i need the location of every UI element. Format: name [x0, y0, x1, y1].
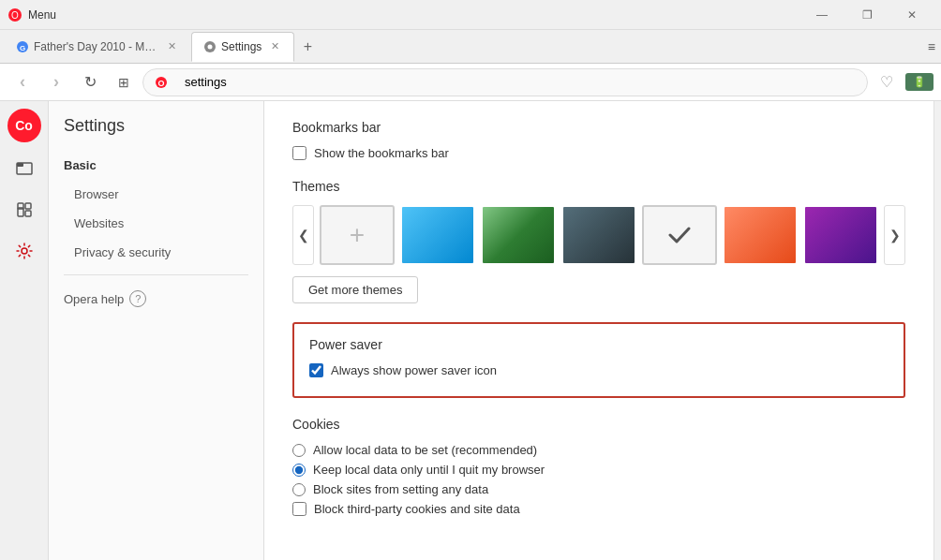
cookies-section: Cookies Allow local data to be set (reco… — [292, 417, 905, 516]
tab-bar: G Father's Day 2010 - Multip... ✕ Settin… — [0, 30, 941, 64]
close-button[interactable]: ✕ — [890, 0, 934, 30]
cookies-block-third-party-label[interactable]: Block third-party cookies and site data — [314, 502, 520, 516]
themes-section: Themes ❮ + — [292, 179, 905, 303]
tab-fathers-day-close[interactable]: ✕ — [164, 39, 179, 54]
grid-button[interactable]: ⊞ — [109, 67, 139, 97]
theme-landscape[interactable] — [723, 205, 798, 265]
sidebar-item-websites[interactable]: Websites — [49, 209, 263, 238]
scrollbar-track[interactable] — [934, 101, 941, 560]
new-tab-button[interactable]: + — [294, 34, 321, 60]
svg-text:O: O — [157, 79, 164, 88]
opera-title-icon: O — [7, 7, 22, 22]
minimize-button[interactable]: — — [800, 0, 844, 30]
cookies-block-third-party-checkbox[interactable] — [292, 502, 306, 516]
cookies-keep-local-radio[interactable] — [292, 464, 306, 477]
main-layout: Co Settings Basic Browser — [0, 101, 941, 560]
power-saver-label[interactable]: Always show power saver icon — [331, 363, 497, 377]
theme-purple[interactable] — [803, 205, 878, 265]
title-bar: O Menu — ❐ ✕ — [0, 0, 941, 30]
cookies-allow-local-row: Allow local data to be set (recommended) — [292, 443, 905, 457]
settings-sidebar-icon[interactable] — [6, 232, 43, 270]
cookies-block-sites-radio[interactable] — [292, 483, 306, 496]
tab-fathers-day-label: Father's Day 2010 - Multip... — [34, 40, 158, 53]
extensions-icon — [15, 200, 34, 219]
help-icon: ? — [129, 290, 146, 307]
show-bookmarks-label[interactable]: Show the bookmarks bar — [314, 146, 449, 160]
show-bookmarks-row: Show the bookmarks bar — [292, 146, 905, 160]
tab-fathers-day[interactable]: G Father's Day 2010 - Multip... ✕ — [4, 32, 191, 62]
extensions-sidebar-icon[interactable] — [6, 191, 43, 228]
opera-logo[interactable]: Co — [7, 109, 41, 142]
svg-text:O: O — [11, 10, 19, 21]
tabs-sidebar-icon[interactable] — [6, 150, 43, 187]
cookies-allow-local-radio[interactable] — [292, 444, 306, 457]
bookmarks-bar-section: Bookmarks bar Show the bookmarks bar — [292, 120, 905, 160]
address-input[interactable] — [173, 68, 856, 96]
back-button[interactable]: ‹ — [7, 67, 37, 97]
sidebar-item-browser[interactable]: Browser — [49, 180, 263, 209]
maximize-button[interactable]: ❐ — [845, 0, 889, 30]
content-area: Bookmarks bar Show the bookmarks bar The… — [264, 101, 934, 560]
google-tab-icon: G — [16, 40, 29, 53]
opera-help-label: Opera help — [64, 292, 124, 306]
power-saver-checkbox[interactable] — [309, 363, 323, 377]
svg-rect-9 — [17, 163, 23, 167]
power-saver-checkbox-row: Always show power saver icon — [309, 363, 889, 377]
cookies-block-third-party-row: Block third-party cookies and site data — [292, 502, 905, 516]
settings-sidebar: Settings Basic Browser Websites Privacy … — [49, 101, 264, 560]
cookies-block-sites-label[interactable]: Block sites from setting any data — [313, 482, 488, 496]
tab-settings[interactable]: Settings ✕ — [191, 32, 294, 62]
cookies-keep-local-row: Keep local data only until I quit my bro… — [292, 463, 905, 477]
tab-settings-label: Settings — [221, 40, 261, 53]
title-bar-text: Menu — [28, 8, 800, 22]
cookies-keep-local-label[interactable]: Keep local data only until I quit my bro… — [313, 463, 545, 477]
power-saver-section: Power saver Always show power saver icon — [292, 322, 905, 398]
settings-help[interactable]: Opera help ? — [49, 283, 263, 315]
sidebar-item-privacy-security[interactable]: Privacy & security — [49, 238, 263, 267]
svg-point-5 — [208, 44, 213, 49]
get-more-themes-button[interactable]: Get more themes — [292, 276, 418, 303]
power-saver-title: Power saver — [309, 337, 889, 352]
settings-divider — [64, 274, 248, 275]
themes-scroll-right[interactable]: ❯ — [884, 205, 905, 265]
svg-rect-12 — [25, 203, 31, 209]
tab-settings-close[interactable]: ✕ — [267, 39, 282, 54]
reload-button[interactable]: ↻ — [75, 67, 105, 97]
settings-tab-icon — [203, 40, 217, 53]
themes-title: Themes — [292, 179, 905, 194]
svg-text:G: G — [20, 44, 25, 52]
themes-carousel: ❮ + — [292, 205, 905, 265]
sidebar-icon-panel: Co — [0, 101, 49, 560]
bookmarks-bar-title: Bookmarks bar — [292, 120, 905, 135]
theme-dark[interactable] — [561, 205, 636, 265]
opera-address-icon: O — [155, 76, 168, 89]
title-bar-controls: — ❐ ✕ — [800, 0, 934, 30]
theme-blue[interactable] — [400, 205, 475, 265]
tab-overflow-button[interactable]: ≡ — [928, 39, 935, 54]
theme-add-button[interactable]: + — [320, 205, 395, 265]
theme-checkmark-selected[interactable] — [642, 205, 717, 265]
settings-gear-icon — [15, 242, 34, 260]
nav-bar: ‹ › ↻ ⊞ O ♡ 🔋 — [0, 64, 941, 101]
svg-rect-13 — [25, 211, 31, 216]
show-bookmarks-checkbox[interactable] — [292, 146, 306, 160]
bookmark-button[interactable]: ♡ — [872, 67, 902, 97]
forward-button[interactable]: › — [41, 67, 71, 97]
themes-scroll-left[interactable]: ❮ — [292, 205, 314, 265]
theme-green[interactable] — [481, 205, 556, 265]
cookies-title: Cookies — [292, 417, 905, 432]
cookies-block-sites-row: Block sites from setting any data — [292, 482, 905, 496]
tabs-icon — [15, 159, 34, 178]
settings-section-basic: Basic — [49, 151, 263, 180]
checkmark-icon — [665, 221, 694, 249]
cookies-allow-local-label[interactable]: Allow local data to be set (recommended) — [313, 443, 537, 457]
settings-title: Settings — [49, 116, 263, 151]
svg-point-14 — [22, 248, 27, 254]
battery-indicator: 🔋 — [905, 73, 934, 91]
